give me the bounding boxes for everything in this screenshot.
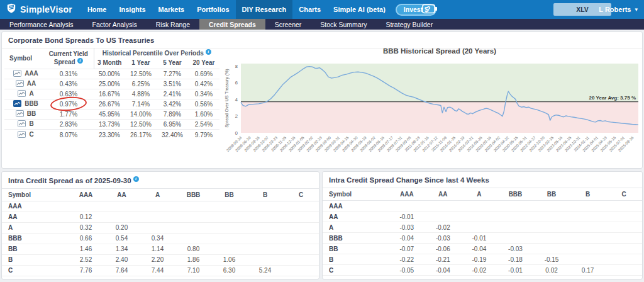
table-row-b: B-0.22-0.21-0.19-0.18-0.15 — [323, 254, 642, 265]
percentile-value: 2.41% — [157, 89, 188, 99]
line-chart-icon[interactable] — [16, 80, 24, 88]
percentile-value: 12.50% — [125, 69, 157, 79]
col-header-bb: BB — [211, 188, 247, 201]
matrix-value: 0.80 — [175, 244, 211, 254]
sub-nav-item-screener[interactable]: Screener — [265, 19, 311, 30]
matrix-value: 1.14 — [140, 244, 175, 254]
top-nav-item-diy-research[interactable]: DIY Research — [236, 0, 293, 19]
symbol-label: BB — [27, 110, 36, 117]
sub-nav-item-risk-range[interactable]: Risk Range — [147, 19, 199, 30]
page: SimpleVisor HomeInsightsMarketsPortfolio… — [0, 0, 644, 282]
matrix-value: -0.03 — [425, 233, 462, 244]
matrix-value — [175, 201, 211, 212]
matrix-value — [497, 201, 534, 212]
top-nav-item-portfolios[interactable]: Portfolios — [191, 0, 235, 19]
current-yield-value: 0.97% — [60, 101, 77, 108]
percentile-value: 0.42% — [188, 79, 219, 89]
matrix-value: -0.21 — [425, 254, 462, 265]
row-symbol: C — [2, 265, 68, 276]
sub-nav-item-factor-analysis[interactable]: Factor Analysis — [83, 19, 147, 30]
col-header-bbb: BBB — [497, 188, 534, 201]
matrix-value: 7.44 — [140, 265, 175, 276]
spread-row-a: A0.63%16.67%4.88%2.41%0.34% — [4, 89, 219, 99]
table-row-b: B2.522.402.201.861.06 — [2, 254, 319, 265]
percentile-value: 0.69% — [188, 69, 219, 79]
table-row-bbb: BBB0.660.540.34 — [2, 233, 319, 244]
row-symbol: BBB — [2, 233, 68, 244]
spreads-table: SymbolCurrent YieldSpreadiHistorical Per… — [4, 48, 219, 140]
percentile-value: 2.54% — [188, 120, 219, 130]
matrix-value — [606, 201, 642, 212]
row-symbol: AAA — [323, 201, 389, 212]
current-yield-value: 0.31% — [60, 70, 77, 77]
matrix-value: 0.12 — [68, 212, 104, 222]
row-symbol: B — [323, 254, 389, 265]
matrix-value: -0.07 — [389, 244, 425, 254]
matrix-value: -0.06 — [425, 244, 462, 254]
help-video-icon[interactable]: ? — [420, 3, 439, 18]
percentile-value: 9.79% — [188, 130, 219, 140]
col-header-current-yield-spread: Current YieldSpreadi — [43, 48, 94, 69]
brand[interactable]: SimpleVisor — [0, 3, 81, 16]
matrix-value — [497, 222, 534, 233]
matrix-value: 0.66 — [68, 233, 104, 244]
top-nav-item-markets[interactable]: Markets — [152, 0, 191, 19]
top-nav-item-insights[interactable]: Insights — [113, 0, 152, 19]
matrix-value: -0.03 — [389, 222, 425, 233]
matrix-value: 2.52 — [68, 254, 104, 265]
y-axis-label: Spread Over US Treasury (%) — [225, 69, 230, 127]
matrix-value — [570, 201, 606, 212]
matrix-value — [283, 265, 319, 276]
matrix-value — [247, 201, 283, 212]
matrix-value — [606, 254, 642, 265]
matrix-value — [247, 244, 283, 254]
matrix-value: 6.30 — [211, 265, 247, 276]
matrix-value — [175, 222, 211, 233]
sub-nav-item-stock-summary[interactable]: Stock Summary — [311, 19, 376, 30]
matrix-value — [247, 222, 283, 233]
row-symbol: BBB — [323, 233, 389, 244]
matrix-value — [104, 201, 140, 212]
matrix-value: 5.24 — [247, 265, 283, 276]
sub-nav-item-credit-spreads[interactable]: Credit Spreads — [199, 19, 265, 30]
col-header-aa: AA — [104, 188, 140, 201]
percentile-value: 50.00% — [94, 69, 125, 79]
table-row-c: C-0.05-0.04-0.02-0.010.020.17 — [323, 265, 642, 276]
line-chart-icon[interactable] — [13, 100, 21, 108]
percentile-value: 26.67% — [94, 99, 125, 110]
line-chart-icon[interactable] — [13, 70, 21, 78]
top-nav-item-charts[interactable]: Charts — [292, 0, 327, 19]
top-nav-item-simple-ai-beta[interactable]: Simple AI (beta) — [327, 0, 392, 19]
matrix-value: 2.20 — [140, 254, 175, 265]
line-chart-icon[interactable] — [16, 110, 24, 118]
matrix-value — [211, 233, 247, 244]
matrix-value — [570, 212, 606, 222]
info-icon[interactable]: i — [206, 49, 211, 55]
user-menu[interactable]: L Roberts ▾ — [599, 0, 638, 19]
line-chart-icon[interactable] — [18, 131, 26, 139]
sub-nav-item-performance-analysis[interactable]: Performance Analysis — [0, 19, 83, 30]
average-line-label: 20 Year Avg: 3.75 % — [589, 95, 636, 101]
chart-title: BBB Historical Spread (20 Years) — [383, 47, 496, 55]
intra-spread-panel: Intra Credit Spread as of 2025-09-30i Sy… — [1, 171, 319, 279]
current-yield-value: 0.43% — [60, 81, 77, 87]
matrix-value — [533, 212, 570, 222]
matrix-value — [140, 222, 175, 233]
percentile-value: 6.25% — [125, 79, 157, 89]
current-yield-value: 2.83% — [60, 121, 77, 128]
matrix-value: -0.01 — [461, 233, 497, 244]
sub-nav-item-strategy-builder[interactable]: Strategy Builder — [376, 19, 442, 30]
spread-row-aaa: AAA0.31%50.00%12.50%7.27%0.69% — [4, 69, 219, 79]
info-icon[interactable]: i — [133, 176, 139, 182]
row-symbol: A — [2, 222, 68, 233]
info-icon[interactable]: i — [77, 58, 83, 64]
matrix-value — [570, 222, 606, 233]
below-average-zone — [241, 102, 638, 133]
spread-row-bb: BB1.77%45.95%14.00%7.89%1.60% — [4, 110, 219, 120]
matrix-value — [140, 201, 175, 212]
row-symbol: BB — [2, 244, 68, 254]
line-chart-icon[interactable] — [18, 120, 26, 128]
percentile-value: 0.56% — [188, 99, 219, 110]
line-chart-icon[interactable] — [18, 90, 26, 98]
top-nav-item-home[interactable]: Home — [81, 0, 113, 19]
